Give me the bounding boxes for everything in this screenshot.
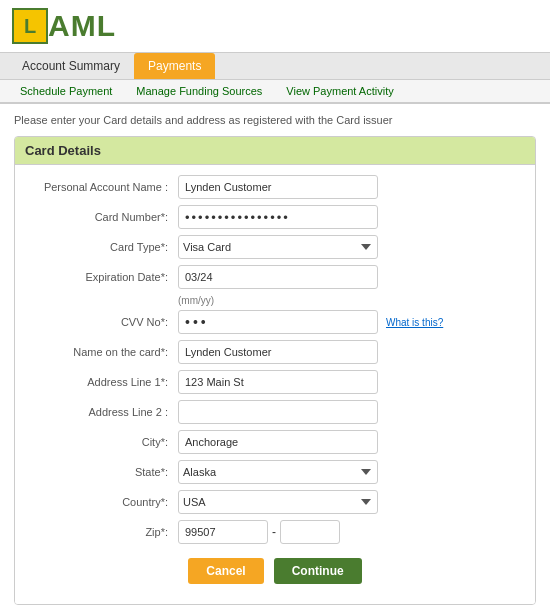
continue-button[interactable]: Continue [274,558,362,584]
address1-label: Address Line 1*: [23,376,178,388]
zip-row: Zip*: - [23,520,527,544]
logo: L AML [12,8,538,44]
expiration-date-label: Expiration Date*: [23,271,178,283]
top-nav: Account Summary Payments [0,53,550,80]
logo-text: AML [48,11,116,41]
logo-box: L [12,8,48,44]
sub-nav-manage-funding[interactable]: Manage Funding Sources [124,80,274,102]
tab-account-summary[interactable]: Account Summary [8,53,134,79]
card-panel-header: Card Details [15,137,535,165]
cvv-hint-link[interactable]: What is this? [386,317,443,328]
logo-letter: L [24,15,36,38]
sub-nav-view-activity[interactable]: View Payment Activity [274,80,405,102]
card-number-input[interactable] [178,205,378,229]
name-on-card-label: Name on the card*: [23,346,178,358]
personal-account-name-row: Personal Account Name : [23,175,527,199]
instruction-text: Please enter your Card details and addre… [14,114,536,126]
country-label: Country*: [23,496,178,508]
address2-label: Address Line 2 : [23,406,178,418]
city-input[interactable] [178,430,378,454]
cvv-label: CVV No*: [23,316,178,328]
card-type-select[interactable]: Visa Card MasterCard American Express Di… [178,235,378,259]
main-content: Please enter your Card details and addre… [0,104,550,606]
sub-nav: Schedule Payment Manage Funding Sources … [0,80,550,104]
state-select[interactable]: Alaska Alabama Arizona California Colora… [178,460,378,484]
address2-input[interactable] [178,400,378,424]
zip-ext-input[interactable] [280,520,340,544]
state-row: State*: Alaska Alabama Arizona Californi… [23,460,527,484]
zip-inputs: - [178,520,340,544]
address1-input[interactable] [178,370,378,394]
cvv-input[interactable] [178,310,378,334]
tab-payments[interactable]: Payments [134,53,215,79]
address1-row: Address Line 1*: [23,370,527,394]
personal-account-name-label: Personal Account Name : [23,181,178,193]
expiration-date-input[interactable] [178,265,378,289]
card-details-panel: Card Details Personal Account Name : Car… [14,136,536,605]
card-number-row: Card Number*: [23,205,527,229]
city-row: City*: [23,430,527,454]
header: L AML [0,0,550,53]
card-type-row: Card Type*: Visa Card MasterCard America… [23,235,527,259]
expiration-date-row: Expiration Date*: [23,265,527,289]
address2-row: Address Line 2 : [23,400,527,424]
card-type-label: Card Type*: [23,241,178,253]
card-panel-body: Personal Account Name : Card Number*: Ca… [15,165,535,604]
name-on-card-input[interactable] [178,340,378,364]
cancel-button[interactable]: Cancel [188,558,263,584]
zip-label: Zip*: [23,526,178,538]
country-row: Country*: USA Canada Mexico [23,490,527,514]
button-row: Cancel Continue [23,558,527,594]
zip-dash: - [272,525,276,539]
state-label: State*: [23,466,178,478]
personal-account-name-input[interactable] [178,175,378,199]
zip-input[interactable] [178,520,268,544]
cvv-row: CVV No*: What is this? [23,310,527,334]
city-label: City*: [23,436,178,448]
sub-nav-schedule-payment[interactable]: Schedule Payment [8,80,124,102]
card-number-label: Card Number*: [23,211,178,223]
expiration-hint: (mm/yy) [178,295,527,306]
name-on-card-row: Name on the card*: [23,340,527,364]
country-select[interactable]: USA Canada Mexico [178,490,378,514]
